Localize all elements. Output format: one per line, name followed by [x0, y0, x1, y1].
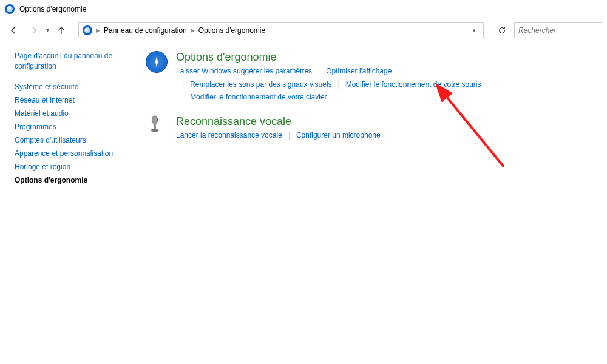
breadcrumb-current[interactable]: Options d'ergonomie: [198, 26, 265, 35]
refresh-button[interactable]: [493, 22, 510, 38]
sidebar-item[interactable]: Options d'ergonomie: [15, 174, 125, 187]
svg-point-2: [152, 116, 158, 124]
category-link[interactable]: Optimiser l'affichage: [326, 65, 392, 78]
back-button[interactable]: [5, 22, 22, 39]
sidebar-item[interactable]: Système et sécurité: [15, 80, 125, 93]
link-divider: |: [288, 129, 290, 143]
category-link[interactable]: Lancer la reconnaissance vocale: [176, 129, 282, 143]
main-content: Options d'ergonomieLaisser Windows suggé…: [134, 42, 607, 364]
link-divider: |: [182, 78, 184, 92]
sidebar-item[interactable]: Comptes d'utilisateurs: [15, 133, 125, 147]
breadcrumb-root[interactable]: Panneau de configuration: [104, 26, 187, 35]
link-divider: |: [318, 65, 320, 78]
search-box[interactable]: [514, 22, 602, 38]
link-divider: |: [182, 91, 184, 104]
sidebar-item[interactable]: Matériel et audio: [15, 107, 125, 120]
search-input[interactable]: [518, 26, 598, 35]
sidebar: Page d'accueil du panneau de configurati…: [0, 42, 134, 364]
chevron-right-icon[interactable]: ▶: [191, 27, 195, 33]
category-link[interactable]: Modifier le fonctionnement de votre clav…: [190, 91, 327, 104]
address-bar[interactable]: ▶ Panneau de configuration ▶ Options d'e…: [78, 22, 484, 38]
history-dropdown-icon[interactable]: ▾: [46, 27, 49, 33]
address-icon: [83, 25, 92, 35]
sidebar-item[interactable]: Programmes: [15, 120, 125, 133]
window-icon: [5, 4, 15, 14]
category: Options d'ergonomieLaisser Windows suggé…: [146, 51, 595, 104]
sidebar-item[interactable]: Réseau et Internet: [15, 93, 125, 107]
up-button[interactable]: [53, 22, 70, 39]
svg-rect-3: [154, 123, 156, 129]
sidebar-home-link[interactable]: Page d'accueil du panneau de configurati…: [15, 51, 125, 72]
chevron-right-icon[interactable]: ▶: [96, 27, 100, 33]
svg-point-4: [151, 129, 158, 132]
sidebar-item[interactable]: Horloge et région: [15, 160, 125, 174]
svg-point-1: [155, 61, 158, 64]
window-title: Options d'ergonomie: [19, 5, 86, 13]
link-divider: |: [338, 78, 340, 92]
category-link[interactable]: Configurer un microphone: [296, 129, 381, 143]
category: Reconnaissance vocaleLancer la reconnais…: [146, 115, 595, 143]
microphone-icon: [146, 115, 169, 138]
category-title[interactable]: Reconnaissance vocale: [176, 115, 595, 128]
sidebar-item[interactable]: Apparence et personnalisation: [15, 147, 125, 160]
category-title[interactable]: Options d'ergonomie: [176, 51, 595, 64]
category-link[interactable]: Remplacer les sons par des signaux visue…: [190, 78, 331, 92]
category-link[interactable]: Modifier le fonctionnement de votre sour…: [346, 78, 481, 92]
chevron-down-icon[interactable]: ▾: [473, 27, 480, 33]
ease-of-access-icon: [146, 51, 169, 74]
category-link[interactable]: Laisser Windows suggérer les paramètres: [176, 65, 312, 78]
forward-button[interactable]: [25, 22, 42, 39]
